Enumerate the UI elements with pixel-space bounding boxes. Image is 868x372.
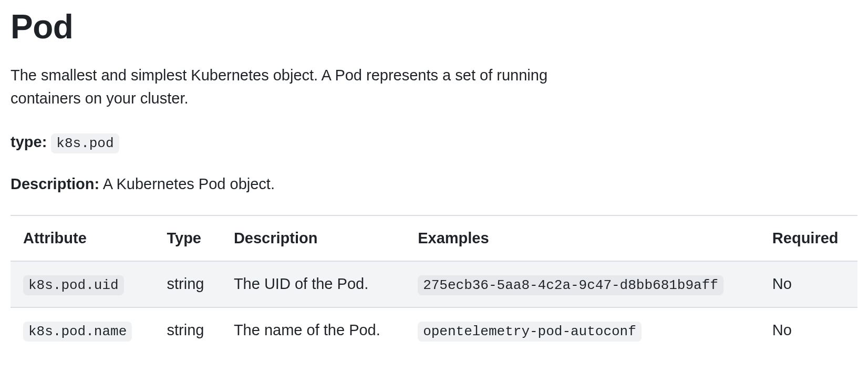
- description-label: Description:: [11, 175, 99, 192]
- cell-description: The UID of the Pod.: [221, 261, 405, 307]
- cell-examples: 275ecb36-5aa8-4c2a-9c47-d8bb681b9aff: [405, 261, 760, 307]
- type-label: type:: [11, 133, 47, 150]
- col-examples: Examples: [405, 216, 760, 261]
- attributes-table: Attribute Type Description Examples Requ…: [11, 216, 857, 353]
- page-title: Pod: [11, 8, 857, 45]
- cell-description: The name of the Pod.: [221, 307, 405, 353]
- col-required: Required: [760, 216, 857, 261]
- attribute-code: k8s.pod.name: [23, 322, 132, 342]
- col-attribute: Attribute: [11, 216, 154, 261]
- col-type: Type: [154, 216, 221, 261]
- cell-required: No: [760, 307, 857, 353]
- cell-attribute: k8s.pod.uid: [11, 261, 154, 307]
- cell-type: string: [154, 307, 221, 353]
- table-header-row: Attribute Type Description Examples Requ…: [11, 216, 857, 261]
- example-code: 275ecb36-5aa8-4c2a-9c47-d8bb681b9aff: [418, 275, 724, 295]
- description-row: Description: A Kubernetes Pod object.: [11, 173, 857, 196]
- table-row: k8s.pod.uid string The UID of the Pod. 2…: [11, 261, 857, 307]
- example-code: opentelemetry-pod-autoconf: [418, 322, 642, 342]
- type-value: k8s.pod: [51, 133, 119, 153]
- col-description: Description: [221, 216, 405, 261]
- cell-required: No: [760, 261, 857, 307]
- intro-paragraph: The smallest and simplest Kubernetes obj…: [11, 64, 609, 110]
- type-row: type: k8s.pod: [11, 131, 857, 154]
- description-value: A Kubernetes Pod object.: [103, 175, 275, 192]
- cell-type: string: [154, 261, 221, 307]
- cell-attribute: k8s.pod.name: [11, 307, 154, 353]
- attribute-code: k8s.pod.uid: [23, 275, 124, 295]
- table-row: k8s.pod.name string The name of the Pod.…: [11, 307, 857, 353]
- cell-examples: opentelemetry-pod-autoconf: [405, 307, 760, 353]
